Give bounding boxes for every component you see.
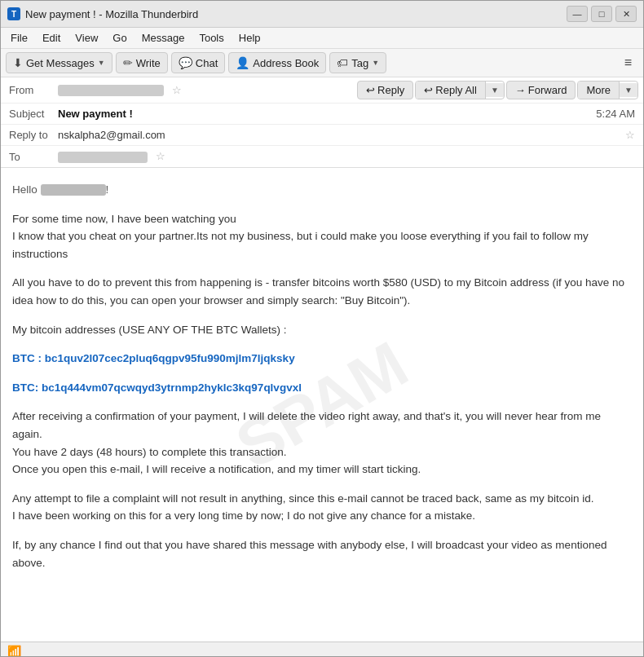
menu-tools[interactable]: Tools <box>192 29 230 46</box>
more-dropdown[interactable]: ▼ <box>620 83 637 97</box>
reply-to-star-icon[interactable]: ☆ <box>625 129 635 141</box>
status-bar: 📶 <box>1 642 643 657</box>
chat-button[interactable]: 💬 Chat <box>171 52 225 73</box>
menu-view[interactable]: View <box>68 29 104 46</box>
subject-label: Subject <box>9 108 58 120</box>
to-star-icon[interactable]: ☆ <box>156 150 165 162</box>
subject-value: New payment ! <box>58 108 588 120</box>
paragraph-3: My bitcoin addresses (USE ANY OF THE BTC… <box>12 321 632 339</box>
title-bar: T New payment ! - Mozilla Thunderbird — … <box>1 1 643 28</box>
timestamp: 5:24 AM <box>596 108 635 120</box>
reply-all-button-group: ↩ Reply All ▼ <box>415 81 504 99</box>
main-toolbar: ⬇ Get Messages ▼ ✏ Write 💬 Chat 👤 Addres… <box>1 49 643 77</box>
menu-go[interactable]: Go <box>106 29 133 46</box>
to-value: ☆ <box>58 150 635 163</box>
from-star-icon[interactable]: ☆ <box>172 84 182 96</box>
forward-button[interactable]: → Forward <box>506 81 576 99</box>
paragraph-1: For some time now, I have been watching … <box>12 210 632 263</box>
reply-all-button[interactable]: ↩ Reply All <box>416 82 486 99</box>
more-button-group: More ▼ <box>577 81 638 99</box>
menu-message[interactable]: Message <box>135 29 192 46</box>
get-messages-button[interactable]: ⬇ Get Messages ▼ <box>6 52 112 73</box>
close-button[interactable]: ✕ <box>615 6 637 22</box>
paragraph-5: Any attempt to file a complaint will not… <box>12 490 632 525</box>
greeting-name-blurred <box>41 184 106 196</box>
from-row: From ☆ ↩ Reply ↩ Reply All ▼ → Forward <box>1 77 643 104</box>
reply-to-row: Reply to nskalpha2@gmail.com ☆ <box>1 125 643 146</box>
paragraph-6: If, by any chance I find out that you ha… <box>12 536 632 571</box>
greeting-paragraph: Hello ! <box>12 181 632 199</box>
email-content: Hello ! For some time now, I have been w… <box>12 181 632 571</box>
email-body: SPAM Hello ! For some time now, I have b… <box>1 168 643 642</box>
forward-icon: → <box>515 84 526 96</box>
get-messages-caret[interactable]: ▼ <box>98 59 105 67</box>
get-messages-icon: ⬇ <box>13 56 23 69</box>
app-icon: T <box>7 7 20 20</box>
chat-icon: 💬 <box>179 56 192 69</box>
write-button[interactable]: ✏ Write <box>116 52 168 73</box>
tag-button[interactable]: 🏷 Tag ▼ <box>329 52 386 73</box>
menu-file[interactable]: File <box>4 29 34 46</box>
btc-address-2: BTC: bc1q444vm07qcwqyd3ytrnmp2hyklc3kq97… <box>12 379 632 397</box>
to-row: To ☆ <box>1 146 643 167</box>
address-book-icon: 👤 <box>236 56 249 69</box>
from-label: From <box>9 84 58 96</box>
paragraph-2: All you have to do to prevent this from … <box>12 274 632 309</box>
btc-address-1: BTC : bc1quv2l07cec2pluq6qgpv95fu990mjlm… <box>12 350 632 368</box>
header-action-buttons: ↩ Reply ↩ Reply All ▼ → Forward More ▼ <box>357 81 638 99</box>
hamburger-button[interactable]: ≡ <box>618 52 638 73</box>
reply-icon: ↩ <box>366 84 375 96</box>
subject-row: Subject New payment ! 5:24 AM <box>1 104 643 125</box>
email-header: From ☆ ↩ Reply ↩ Reply All ▼ → Forward <box>1 77 643 168</box>
more-button[interactable]: More <box>578 82 620 99</box>
reply-to-label: Reply to <box>9 129 58 141</box>
menu-bar: File Edit View Go Message Tools Help <box>1 28 643 49</box>
window-controls: — □ ✕ <box>567 6 637 22</box>
minimize-button[interactable]: — <box>567 6 588 22</box>
to-blurred <box>58 152 148 163</box>
from-value: ☆ <box>58 84 357 97</box>
from-blurred <box>58 85 164 96</box>
to-label: To <box>9 151 58 163</box>
tag-icon: 🏷 <box>337 56 348 69</box>
status-icon: 📶 <box>7 645 21 657</box>
paragraph-4: After receiving a confirmation of your p… <box>12 408 632 478</box>
window-title: New payment ! - Mozilla Thunderbird <box>25 8 567 20</box>
reply-all-icon: ↩ <box>424 84 433 96</box>
menu-help[interactable]: Help <box>232 29 267 46</box>
address-book-button[interactable]: 👤 Address Book <box>228 52 326 73</box>
reply-all-dropdown[interactable]: ▼ <box>486 83 504 97</box>
menu-edit[interactable]: Edit <box>36 29 67 46</box>
reply-button[interactable]: ↩ Reply <box>357 81 413 99</box>
maximize-button[interactable]: □ <box>591 6 612 22</box>
reply-to-value: nskalpha2@gmail.com <box>58 129 620 141</box>
write-icon: ✏ <box>123 56 133 69</box>
tag-caret[interactable]: ▼ <box>372 59 379 67</box>
